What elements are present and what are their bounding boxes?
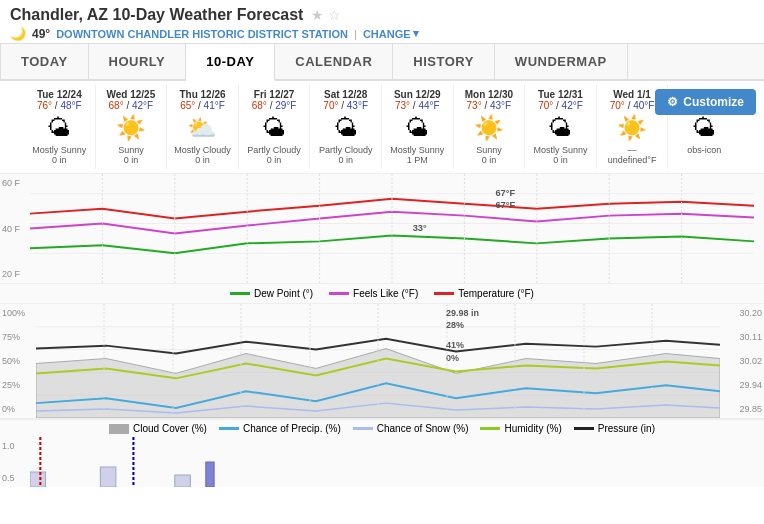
forecast-container: ⚙ Customize Tue 12/24 76° / 48°F 🌤 Mostl… (0, 81, 764, 487)
svg-rect-33 (30, 472, 46, 487)
day-col-6[interactable]: Mon 12/30 73° / 43°F ☀️ Sunny 0 in (454, 85, 526, 169)
tab-10day[interactable]: 10-DAY (186, 44, 275, 81)
day-col-7[interactable]: Tue 12/31 70° / 42°F 🌤 Mostly Sunny 0 in (525, 85, 597, 169)
tab-calendar[interactable]: CALENDAR (275, 44, 393, 79)
days-grid: Tue 12/24 76° / 48°F 🌤 Mostly Sunny 0 in… (0, 81, 764, 174)
day-col-4[interactable]: Sat 12/28 70° / 43°F 🌤 Partly Cloudy 0 i… (310, 85, 382, 169)
customize-button[interactable]: ⚙ Customize (655, 89, 756, 115)
day-col-0[interactable]: Tue 12/24 76° / 48°F 🌤 Mostly Sunny 0 in (24, 85, 96, 169)
tab-today[interactable]: TODAY (0, 44, 89, 79)
change-link[interactable]: CHANGE ▾ (363, 27, 419, 40)
legend-feelslike: Feels Like (°F) (329, 288, 418, 299)
tab-hourly[interactable]: HOURLY (89, 44, 187, 79)
current-temp: 49° (32, 27, 50, 41)
tab-wundermap[interactable]: WUNDERMAP (495, 44, 628, 79)
page-title: Chandler, AZ 10-Day Weather Forecast (10, 6, 303, 23)
legend-dewpoint: Dew Point (°) (230, 288, 313, 299)
day-col-2[interactable]: Thu 12/26 65° / 41°F ⛅ Mostly Cloudy 0 i… (167, 85, 239, 169)
svg-text:28%: 28% (446, 320, 464, 330)
svg-text:0%: 0% (446, 354, 459, 364)
legend-temperature: Temperature (°F) (434, 288, 534, 299)
legend-snow-chance: Chance of Snow (%) (353, 423, 469, 434)
day-col-3[interactable]: Fri 12/27 68° / 29°F 🌤 Partly Cloudy 0 i… (239, 85, 311, 169)
gear-icon: ⚙ (667, 95, 678, 109)
svg-text:67°F: 67°F (495, 200, 515, 210)
header: Chandler, AZ 10-Day Weather Forecast ★ ☆… (0, 0, 764, 44)
temperature-chart: 60 F 40 F 20 F 67°F 67°F 33° (0, 174, 764, 284)
svg-text:67°F: 67°F (495, 188, 515, 198)
moon-icon: 🌙 (10, 26, 26, 41)
legend-cloudcover: Cloud Cover (%) (109, 423, 207, 434)
precip-chart: 100% 75% 50% 25% 0% 30.20 30.11 30.02 29… (0, 304, 764, 419)
day-col-1[interactable]: Wed 12/25 68° / 42°F ☀️ Sunny 0 in (96, 85, 168, 169)
svg-text:33°: 33° (413, 224, 427, 234)
svg-text:41%: 41% (446, 340, 464, 350)
nav-tabs: TODAY HOURLY 10-DAY CALENDAR HISTORY WUN… (0, 44, 764, 81)
chevron-down-icon: ▾ (413, 27, 419, 40)
chart-y-labels: 60 F 40 F 20 F (0, 174, 30, 283)
legend-humidity: Humidity (%) (480, 423, 561, 434)
svg-rect-35 (175, 475, 191, 487)
bottom-chart: 1.0 0.5 (0, 437, 764, 487)
legend-precip-chance: Chance of Precip. (%) (219, 423, 341, 434)
station-name: Downtown Chandler Historic District Stat… (56, 28, 348, 40)
chart-legend-1: Dew Point (°) Feels Like (°F) Temperatur… (0, 284, 764, 304)
separator: | (354, 28, 357, 40)
legend-pressure: Pressure (in) (574, 423, 655, 434)
svg-rect-36 (206, 462, 214, 487)
chart-legend-2: Cloud Cover (%) Chance of Precip. (%) Ch… (0, 419, 764, 437)
svg-rect-34 (100, 467, 116, 487)
star-icon[interactable]: ★ ☆ (311, 7, 341, 23)
svg-text:29.98 in: 29.98 in (446, 308, 479, 318)
tab-history[interactable]: HISTORY (393, 44, 495, 79)
day-col-5[interactable]: Sun 12/29 73° / 44°F 🌤 Mostly Sunny 1 PM (382, 85, 454, 169)
